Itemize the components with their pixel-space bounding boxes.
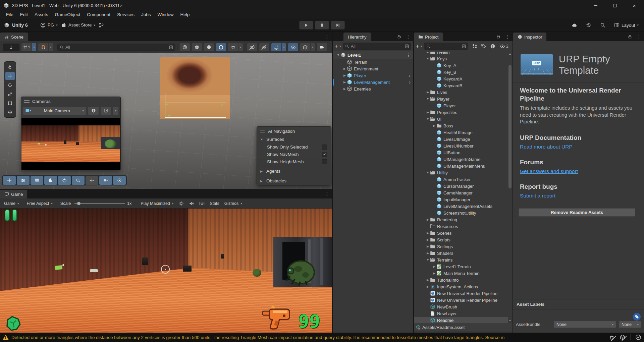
project-item[interactable]: {}Readme [414, 317, 508, 323]
scene-search-input[interactable]: All [57, 44, 175, 51]
step-button[interactable] [331, 21, 345, 30]
add-label-button[interactable] [633, 313, 641, 321]
status-bar[interactable]: Detected one or more triangles where the… [0, 333, 644, 342]
hierarchy-item[interactable]: Terrain [333, 59, 413, 65]
assetbundle-variant-dropdown[interactable]: None▾ [619, 321, 641, 328]
project-item[interactable]: ScreenshotUtility [414, 210, 508, 216]
project-item[interactable]: UIButton [414, 149, 508, 156]
scale-tool[interactable] [5, 90, 15, 98]
alert-icon[interactable] [490, 44, 495, 49]
lock-icon[interactable] [397, 34, 401, 39]
mute-audio-toggle[interactable] [187, 201, 196, 206]
project-item[interactable]: ▶Scripts [414, 236, 508, 243]
camera-options-dropdown[interactable]: ▾ [113, 107, 119, 115]
account-dropdown[interactable]: PG ▾ [40, 22, 58, 28]
expander-arrow-icon[interactable]: ▶ [426, 251, 430, 255]
cache-server-icon[interactable] [620, 334, 626, 340]
remove-readme-button[interactable]: Remove Readme Assets [519, 208, 635, 217]
grid-size-field[interactable]: 1 [3, 44, 19, 51]
tab-game[interactable]: Game [0, 190, 27, 198]
code-coverage-check-icon[interactable] [635, 334, 641, 340]
checkbox-unchecked[interactable] [322, 145, 327, 150]
expander-arrow-icon[interactable]: ▶ [426, 238, 430, 241]
project-item[interactable]: Resources [414, 223, 508, 230]
hierarchy-item[interactable]: ▶Player› [333, 72, 413, 79]
project-item[interactable]: ▶InputSystem_Actions [414, 283, 508, 290]
expander-arrow-icon[interactable]: ▶ [426, 245, 430, 248]
checkbox-checked[interactable]: ✓ [322, 152, 327, 157]
scrollbar-thumb[interactable] [508, 65, 512, 188]
shading-outline-button[interactable] [216, 43, 226, 51]
project-item[interactable]: ▼Utility [414, 169, 508, 176]
grid-axis-dropdown[interactable]: ▾ [32, 43, 36, 51]
expander-arrow-icon[interactable]: ▼ [426, 57, 430, 60]
scale-slider-knob[interactable] [77, 202, 80, 205]
expander-arrow-icon[interactable]: ▶ [426, 218, 430, 221]
version-control-icon[interactable] [99, 22, 104, 28]
stats-toggle[interactable]: Stats [208, 201, 221, 206]
project-menu-kebab[interactable]: ⋮ [505, 34, 510, 39]
tab-project[interactable]: Project [414, 33, 443, 41]
expander-arrow-icon[interactable]: ▶ [432, 265, 436, 268]
hidden-count-toggle[interactable]: 2 [500, 44, 508, 49]
project-breadcrumb[interactable]: {} Assets/Readme.asset [414, 323, 513, 331]
search-by-type-icon[interactable] [472, 44, 477, 49]
add-gameobject-button[interactable]: + [335, 43, 338, 49]
hierarchy-search-input[interactable]: All [343, 43, 411, 50]
project-item[interactable]: HealthUIImage [414, 129, 508, 136]
shading-wireframe-button[interactable] [180, 43, 190, 51]
tab-inspector[interactable]: Inspector [513, 33, 546, 41]
expander-arrow-icon[interactable]: ▼ [426, 171, 430, 174]
game-menu-kebab[interactable]: ⋮ [325, 191, 329, 196]
project-item[interactable]: Key_A [414, 62, 508, 69]
project-item[interactable]: NewLayer [414, 310, 508, 317]
project-item[interactable]: Key_B [414, 69, 508, 75]
layers-button[interactable] [300, 43, 310, 51]
vsync-sun-toggle[interactable] [177, 201, 185, 206]
project-item[interactable]: {}NewBrush [414, 303, 508, 310]
ai-navigation-header[interactable]: AI Navigation [257, 127, 331, 135]
camera-frame-button[interactable] [100, 107, 111, 115]
project-item[interactable]: ▼Terrains [414, 256, 508, 263]
project-item[interactable]: LivesUIImage [414, 136, 508, 142]
search-icon[interactable] [600, 22, 605, 28]
move-tool[interactable] [5, 72, 15, 80]
expander-arrow-icon[interactable]: ▶ [426, 285, 430, 288]
hierarchy-item[interactable]: ▶Environment [333, 65, 413, 72]
device-simulator-toggle[interactable] [198, 201, 206, 206]
game-viewport[interactable]: 99 [0, 209, 332, 333]
overlay-prefab-button[interactable] [58, 176, 71, 185]
project-item[interactable]: KeycardB [414, 82, 508, 89]
hierarchy-item[interactable]: ▶LevelManagement› [333, 79, 413, 86]
snap-button[interactable] [38, 43, 48, 51]
expander-arrow-icon[interactable]: ▶ [426, 52, 430, 54]
project-item[interactable]: ▶Health [414, 52, 508, 55]
toggle-2d-button[interactable]: 2D [247, 43, 257, 51]
rect-tool[interactable] [5, 99, 15, 107]
debug-draw-dropdown[interactable]: ▾ [238, 43, 243, 51]
project-item[interactable]: Player [414, 102, 508, 109]
debugger-detach-icon[interactable] [609, 334, 615, 340]
cloud-icon[interactable] [572, 22, 577, 28]
gizmos-dropdown[interactable]: Gizmos▾ [223, 201, 244, 206]
ainav-section-agents[interactable]: ▶Agents [257, 167, 331, 175]
expander-arrow-icon[interactable]: ▼ [426, 97, 430, 101]
project-item[interactable]: ▼UI [414, 116, 508, 122]
unity-version-button[interactable]: Unity 6 [4, 22, 28, 28]
overlay-pivot-button[interactable] [86, 176, 98, 185]
project-scrollbar[interactable]: ▲ ▼ [508, 52, 512, 323]
project-item[interactable]: ▶TutorialInfo [414, 277, 508, 283]
overlay-camera-button[interactable] [99, 176, 112, 185]
layers-dropdown[interactable]: ▾ [310, 43, 315, 51]
project-item[interactable]: KeycardA [414, 75, 508, 82]
display-dropdown[interactable]: Game▾ [3, 201, 20, 206]
lock-icon[interactable] [496, 34, 501, 39]
hierarchy-menu-kebab[interactable]: ⋮ [406, 34, 411, 39]
project-item[interactable]: AmmoTracker [414, 176, 508, 183]
create-dropdown[interactable]: ▾ [421, 45, 422, 48]
scale-slider[interactable] [74, 203, 125, 204]
project-search-input[interactable] [424, 43, 468, 50]
cameras-overlay-header[interactable]: Cameras [21, 97, 120, 106]
minimize-button[interactable] [586, 0, 605, 11]
prefab-chevron[interactable]: › [409, 73, 411, 78]
